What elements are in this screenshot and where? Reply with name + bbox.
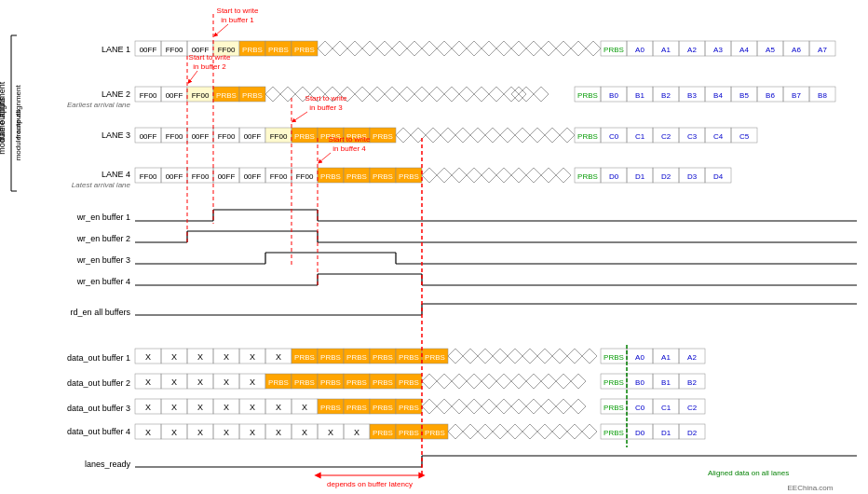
svg-text:C0: C0 (609, 132, 619, 141)
svg-text:X: X (224, 352, 229, 362)
svg-text:FF00: FF00 (270, 172, 288, 181)
lane3-label: LANE 3 (102, 130, 130, 140)
svg-text:B3: B3 (687, 91, 697, 100)
svg-text:X: X (171, 403, 177, 412)
svg-text:X: X (224, 403, 229, 412)
svg-text:FF00: FF00 (192, 91, 210, 100)
module-outputs-label: module outputs (0, 97, 7, 155)
svg-text:PRBS: PRBS (294, 353, 315, 362)
start-write-buf4-text: Start to write (329, 135, 371, 144)
svg-text:B2: B2 (687, 378, 697, 387)
start-write-buf2-text2: in buffer 2 (193, 62, 226, 71)
svg-text:X: X (197, 428, 203, 437)
svg-text:X: X (145, 352, 151, 362)
svg-text:00FF: 00FF (244, 132, 262, 141)
svg-text:00FF: 00FF (218, 172, 236, 181)
svg-text:00FF: 00FF (244, 172, 262, 181)
svg-text:PRBS: PRBS (373, 353, 393, 362)
start-write-buf2-text: Start to write (189, 53, 231, 62)
svg-text:PRBS: PRBS (399, 378, 419, 387)
svg-text:PRBS: PRBS (320, 353, 341, 362)
svg-text:D1: D1 (661, 429, 671, 437)
svg-text:PRBS: PRBS (294, 132, 315, 141)
svg-text:D0: D0 (635, 429, 645, 437)
svg-text:B4: B4 (713, 91, 723, 100)
svg-text:A0: A0 (635, 46, 644, 54)
svg-text:B8: B8 (818, 91, 827, 100)
svg-text:B1: B1 (661, 378, 671, 387)
svg-text:PRBS: PRBS (346, 353, 367, 362)
svg-text:PRBS: PRBS (399, 353, 419, 362)
svg-text:X: X (250, 377, 255, 387)
start-write-buf3-text2: in buffer 3 (309, 103, 343, 112)
timing-diagram: frame alignment module outputs LANE 1 LA… (0, 0, 868, 494)
svg-text:D1: D1 (635, 172, 645, 181)
svg-text:PRBS: PRBS (577, 132, 598, 141)
svg-text:C1: C1 (635, 132, 645, 141)
data-out-buf3-label: data_out buffer 3 (67, 404, 130, 413)
svg-text:X: X (145, 377, 151, 387)
svg-text:X: X (197, 377, 203, 387)
svg-text:A6: A6 (792, 46, 801, 54)
svg-text:PRBS: PRBS (268, 46, 289, 54)
svg-text:D2: D2 (687, 429, 698, 437)
svg-text:PRBS: PRBS (320, 404, 341, 412)
svg-text:PRBS: PRBS (604, 353, 624, 362)
svg-text:X: X (197, 352, 203, 362)
svg-text:A1: A1 (661, 353, 671, 362)
svg-text:PRBS: PRBS (373, 429, 393, 437)
start-write-buf4-text2: in buffer 4 (332, 144, 366, 153)
svg-text:A2: A2 (687, 46, 697, 54)
svg-text:X: X (197, 403, 203, 412)
svg-text:PRBS: PRBS (604, 429, 624, 437)
svg-text:PRBS: PRBS (346, 404, 367, 412)
wr-en-buf1-label: wr_en buffer 1 (76, 213, 130, 222)
svg-text:00FF: 00FF (140, 46, 157, 54)
svg-text:PRBS: PRBS (242, 46, 263, 54)
svg-text:00FF: 00FF (192, 132, 210, 141)
svg-text:A3: A3 (713, 46, 723, 54)
wr-en-buf4-label: wr_en buffer 4 (76, 277, 130, 286)
svg-text:B5: B5 (739, 91, 749, 100)
svg-text:PRBS: PRBS (577, 91, 598, 100)
svg-text:PRBS: PRBS (604, 378, 624, 387)
svg-text:PRBS: PRBS (425, 353, 445, 362)
svg-text:FF00: FF00 (140, 172, 157, 181)
lanes-ready-label: lanes_ready (85, 460, 131, 469)
svg-text:A0: A0 (635, 353, 644, 362)
svg-text:A5: A5 (766, 46, 775, 54)
svg-text:B0: B0 (635, 378, 644, 387)
svg-text:PRBS: PRBS (399, 172, 419, 181)
svg-text:FF00: FF00 (296, 172, 314, 181)
earliest-arrival-label: Earliest arrival lane (67, 101, 131, 109)
data-out-buf1-label: data_out buffer 1 (67, 353, 130, 363)
svg-text:X: X (145, 428, 151, 437)
svg-text:X: X (250, 352, 255, 362)
svg-text:B7: B7 (792, 91, 801, 100)
svg-text:X: X (354, 428, 359, 437)
data-out-buf4-label: data_out buffer 4 (67, 427, 130, 436)
svg-text:C3: C3 (687, 132, 698, 141)
svg-text:PRBS: PRBS (294, 378, 315, 387)
lane2-label: LANE 2 (102, 89, 130, 99)
start-write-buf1-text: Start to write (217, 7, 259, 15)
svg-text:FF00: FF00 (140, 91, 157, 100)
svg-text:PRBS: PRBS (425, 429, 445, 437)
start-write-buf3-text: Start to write (305, 94, 347, 103)
svg-text:C4: C4 (713, 132, 724, 141)
svg-text:PRBS: PRBS (242, 91, 263, 100)
svg-text:X: X (250, 428, 255, 437)
data-out-buf2-label: data_out buffer 2 (67, 378, 130, 388)
svg-text:PRBS: PRBS (346, 172, 367, 181)
svg-text:C1: C1 (661, 404, 671, 412)
lane1-label: LANE 1 (102, 45, 130, 54)
svg-text:FF00: FF00 (192, 172, 210, 181)
svg-text:A4: A4 (739, 46, 749, 54)
svg-text:C2: C2 (661, 132, 671, 141)
svg-text:PRBS: PRBS (373, 378, 393, 387)
svg-text:B2: B2 (661, 91, 671, 100)
svg-text:PRBS: PRBS (373, 132, 393, 141)
svg-text:X: X (276, 352, 281, 362)
watermark: EEChina.com (788, 484, 834, 492)
svg-text:00FF: 00FF (140, 132, 157, 141)
